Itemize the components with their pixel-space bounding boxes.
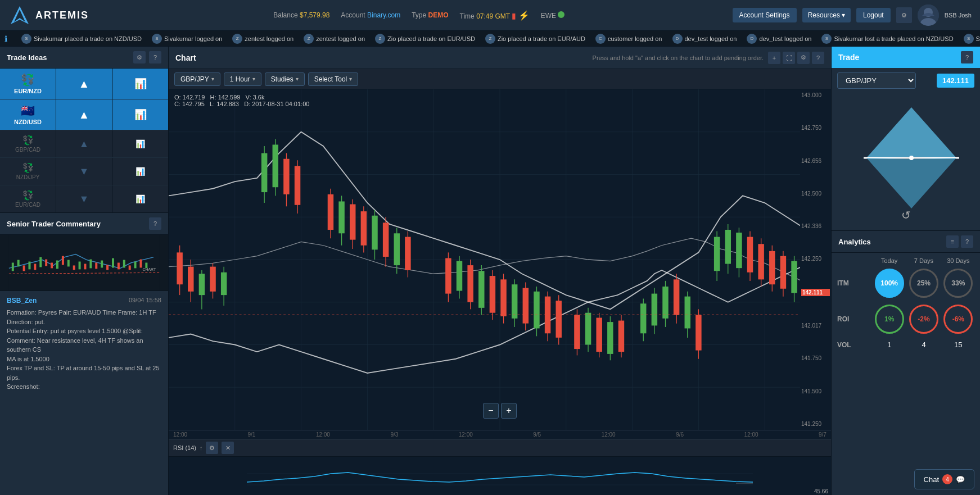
- ewe-dot: [558, 11, 564, 18]
- svg-rect-81: [394, 233, 400, 265]
- chart-help-button[interactable]: ?: [812, 52, 824, 64]
- time-label-2: 9/1: [248, 432, 256, 438]
- trade-help-button[interactable]: ?: [961, 51, 973, 63]
- logout-button[interactable]: Logout: [856, 8, 891, 22]
- trade-ideas-settings-button[interactable]: ⚙: [133, 51, 146, 63]
- ohlcv-d: D: 2017-08-31 04:01:00: [244, 101, 309, 107]
- header-right: Account Settings Resources ▾ Logout ⚙ BS…: [733, 4, 972, 26]
- svg-rect-57: [210, 267, 215, 292]
- pair-cell-nzdusd[interactable]: 🇳🇿 NZD/USD: [0, 99, 56, 130]
- arrow-up-icon-nzdusd: ▲: [79, 108, 90, 121]
- pair-label-eurcad: EUR/CAD: [15, 202, 40, 208]
- svg-rect-137: [758, 244, 764, 279]
- chart-add-button[interactable]: +: [768, 52, 780, 64]
- svg-rect-79: [383, 222, 389, 257]
- svg-rect-27: [129, 265, 131, 270]
- itm-today-circle: 100%: [875, 269, 904, 298]
- ticker-avatar: Z: [375, 34, 385, 44]
- arrow-up-icon-gbpcad: ▲: [79, 138, 89, 150]
- chart-fullscreen-button[interactable]: ⛶: [783, 52, 795, 64]
- chart-cell-nzdusd[interactable]: 📊: [112, 99, 168, 130]
- rsi-panel: RSI (14) ↑ ⚙ ✕ 45.66: [169, 439, 831, 495]
- pair-cell-eurnzd[interactable]: 💱 EUR/NZD: [0, 69, 56, 99]
- logo-text: ARTEMIS: [35, 10, 89, 21]
- avatar-image: [918, 4, 939, 26]
- chart-area[interactable]: O: 142.719 H: 142.599 V: 3.6k C: 142.795…: [169, 89, 831, 430]
- svg-rect-14: [56, 261, 58, 269]
- svg-rect-121: [662, 287, 668, 319]
- senior-trader-section: Senior Trader Commentary ?: [0, 212, 168, 495]
- type-label: Type: [412, 11, 426, 19]
- rsi-settings-button[interactable]: ⚙: [206, 442, 218, 454]
- svg-rect-105: [556, 301, 561, 338]
- svg-rect-9: [29, 262, 31, 270]
- settings-gear-button[interactable]: ⚙: [896, 7, 912, 23]
- account-settings-button[interactable]: Account Settings: [733, 8, 797, 22]
- timeframe-dropdown[interactable]: 1 Hour: [224, 72, 261, 86]
- chat-button[interactable]: Chat 4 💬: [914, 469, 974, 489]
- pair-cell-nzdjpy[interactable]: 💱 NZD/JPY: [0, 158, 56, 185]
- senior-trader-title: Senior Trader Commentary: [7, 220, 101, 228]
- ticker-avatar: S: [152, 34, 162, 44]
- trade-pair-select[interactable]: GBP/JPY: [837, 72, 916, 89]
- user-name: BSB Josh: [945, 12, 972, 19]
- analytics-title: Analytics: [838, 238, 871, 246]
- chart-cell-eurnzd[interactable]: 📊: [112, 69, 168, 99]
- svg-rect-19: [84, 264, 87, 269]
- chart-cell-nzdjpy[interactable]: 📊: [112, 158, 168, 185]
- svg-rect-15: [62, 256, 64, 265]
- resources-button[interactable]: Resources ▾: [802, 8, 851, 22]
- vol-today-value: 1: [873, 340, 905, 349]
- arrow-cell-eurcad[interactable]: ▼: [56, 185, 112, 212]
- rsi-close-button[interactable]: ✕: [222, 442, 234, 454]
- type-value: DEMO: [428, 11, 449, 19]
- svg-rect-25: [118, 263, 120, 270]
- analytics-header: Analytics ≡ ?: [832, 230, 980, 253]
- price-14125: 141.250: [801, 421, 830, 427]
- chart-toolbar: GBP/JPY 1 Hour Studies Select Tool: [169, 69, 831, 89]
- itm-today-value: 100%: [880, 279, 898, 287]
- chart-cell-gbpcad[interactable]: 📊: [112, 130, 168, 157]
- svg-rect-83: [405, 237, 410, 270]
- svg-rect-107: [574, 315, 580, 349]
- zoom-controls: − +: [483, 403, 517, 419]
- trade-row-nzdusd: 🇳🇿 NZD/USD ▲ 📊: [0, 99, 168, 130]
- pair-cell-eurcad[interactable]: 💱 EUR/CAD: [0, 185, 56, 212]
- pair-dropdown[interactable]: GBP/JPY: [174, 72, 220, 86]
- chart-cell-eurcad[interactable]: 📊: [112, 185, 168, 212]
- right-panel: Trade ? GBP/JPY 142.111: [831, 47, 980, 495]
- svg-rect-119: [652, 294, 657, 326]
- trade-ideas-help-button[interactable]: ?: [149, 51, 161, 63]
- select-tool-dropdown[interactable]: Select Tool: [308, 72, 358, 86]
- arrow-cell-gbpcad[interactable]: ▲: [56, 130, 112, 157]
- analytics-help-button[interactable]: ?: [961, 235, 973, 248]
- svg-rect-24: [112, 258, 114, 268]
- ticker-avatar: S: [964, 34, 974, 44]
- arrow-cell-eurnzd[interactable]: ▲: [56, 69, 112, 99]
- rsi-value: 45.66: [812, 488, 830, 495]
- svg-rect-75: [361, 211, 367, 246]
- senior-trader-help-button[interactable]: ?: [149, 217, 161, 230]
- chart-settings-button[interactable]: ⚙: [797, 52, 810, 64]
- zoom-out-button[interactable]: −: [483, 403, 499, 419]
- svg-rect-69: [328, 194, 333, 230]
- pair-cell-gbpcad[interactable]: 💱 GBP/CAD: [0, 130, 56, 157]
- zoom-in-button[interactable]: +: [501, 403, 517, 419]
- svg-rect-127: [696, 315, 701, 350]
- svg-rect-16: [67, 260, 70, 267]
- trade-row-nzdjpy: 💱 NZD/JPY ▼ 📊: [0, 158, 168, 185]
- analytics-list-view-button[interactable]: ≡: [946, 235, 959, 248]
- svg-rect-8: [23, 265, 25, 271]
- studies-dropdown[interactable]: Studies: [265, 72, 305, 86]
- svg-rect-143: [791, 261, 797, 293]
- svg-rect-61: [261, 153, 267, 192]
- price-143: 143.000: [801, 92, 830, 98]
- ticker-avatar: Z: [232, 34, 242, 44]
- arrow-cell-nzdjpy[interactable]: ▼: [56, 158, 112, 185]
- arrow-cell-nzdusd[interactable]: ▲: [56, 99, 112, 130]
- trader-username: BSB_Zen: [7, 296, 37, 306]
- ticker-item: S Sivakumar placed a trade on NZD/USD S …: [21, 34, 980, 44]
- analytics-col-7days: 7 Days: [907, 257, 940, 264]
- roi-7days-circle: -2%: [909, 305, 938, 334]
- analytics-col-today: Today: [873, 257, 905, 264]
